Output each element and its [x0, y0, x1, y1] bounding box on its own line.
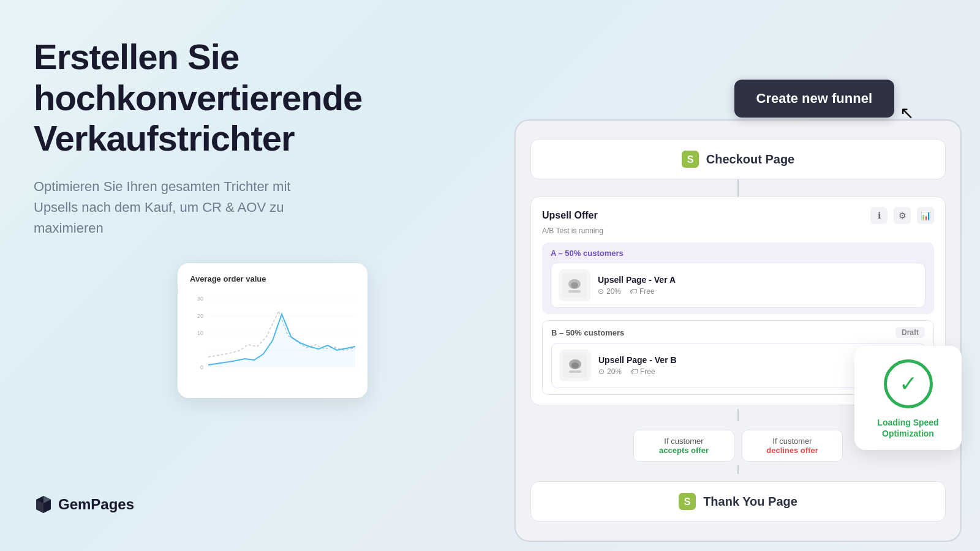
variant-a-discount: ⊙ 20% — [598, 287, 621, 296]
svg-marker-9 — [208, 314, 355, 367]
logo: GemPages — [34, 495, 134, 514]
svg-point-21 — [571, 362, 579, 369]
chart-svg: 30 20 10 0 — [190, 290, 355, 381]
hero-subtitle: Optimieren Sie Ihren gesamten Trichter m… — [34, 176, 328, 239]
info-icon[interactable]: ℹ — [870, 207, 888, 224]
connector-line-1 — [737, 179, 739, 197]
branch-decline-label1: If customer — [772, 437, 812, 446]
upsell-offer-subtitle: A/B Test is running — [542, 227, 934, 235]
branch-accept-label1: If customer — [664, 437, 703, 446]
branch-decline-button: If customer declines offer — [742, 430, 843, 462]
ab-a-label: A – 50% customers — [551, 249, 925, 258]
svg-text:0: 0 — [200, 364, 203, 370]
thank-you-page-box: S Thank You Page — [530, 481, 946, 522]
variant-a-name: Upsell Page - Ver A — [598, 275, 918, 285]
svg-text:30: 30 — [197, 296, 203, 302]
checkout-page-box: S Checkout Page — [530, 139, 946, 179]
speed-optimization-card: ✓ Loading SpeedOptimization — [854, 346, 962, 450]
variant-b-discount: ⊙ 20% — [598, 367, 622, 376]
chart-icon[interactable]: 📊 — [917, 207, 934, 224]
variant-a-thumbnail — [559, 269, 590, 301]
svg-text:S: S — [684, 497, 691, 507]
branch-accept-label2: accepts offer — [659, 446, 709, 455]
funnel-panel: S Checkout Page Upsell Offer ℹ ⚙ 📊 A/B T… — [514, 119, 962, 542]
svg-text:10: 10 — [197, 330, 203, 336]
thank-you-page-label: Thank You Page — [703, 495, 797, 509]
svg-text:S: S — [687, 154, 693, 165]
speed-check-circle: ✓ — [884, 359, 933, 408]
chart-title: Average order value — [190, 274, 355, 283]
gempages-logo-icon — [34, 495, 53, 514]
variant-a-price: 🏷 Free — [630, 287, 655, 296]
shopify-icon: S — [682, 151, 699, 168]
svg-rect-22 — [569, 370, 581, 373]
hero-title: Erstellen Sie hochkonvertierende Verkauf… — [34, 37, 364, 159]
checkout-page-label: Checkout Page — [706, 152, 794, 167]
branch-accept-button: If customer accepts offer — [633, 430, 734, 462]
variant-b-price: 🏷 Free — [630, 367, 655, 376]
speed-optimization-text: Loading SpeedOptimization — [877, 417, 938, 439]
create-funnel-button[interactable]: Create new funnel — [734, 80, 894, 118]
logo-text: GemPages — [58, 496, 134, 513]
branch-decline-label2: declines offer — [766, 446, 818, 455]
svg-point-17 — [571, 282, 578, 288]
check-icon: ✓ — [899, 371, 918, 397]
svg-rect-18 — [568, 290, 581, 293]
variant-a[interactable]: Upsell Page - Ver A ⊙ 20% 🏷 Free — [551, 263, 925, 308]
hero-section: Erstellen Sie hochkonvertierende Verkauf… — [34, 37, 364, 239]
chart-card: Average order value 30 20 10 0 — [178, 263, 368, 398]
ab-b-label: B – 50% customers — [551, 328, 624, 337]
upsell-offer-title: Upsell Offer — [542, 210, 598, 221]
shopify-icon-2: S — [679, 493, 696, 510]
variant-b-thumbnail — [559, 350, 591, 381]
cursor-icon: ↖ — [900, 103, 914, 123]
svg-text:20: 20 — [197, 313, 203, 319]
ab-a-section: A – 50% customers Upsell Page - Ver A ⊙ — [542, 242, 934, 314]
settings-icon[interactable]: ⚙ — [894, 207, 911, 224]
draft-badge: Draft — [895, 327, 925, 338]
